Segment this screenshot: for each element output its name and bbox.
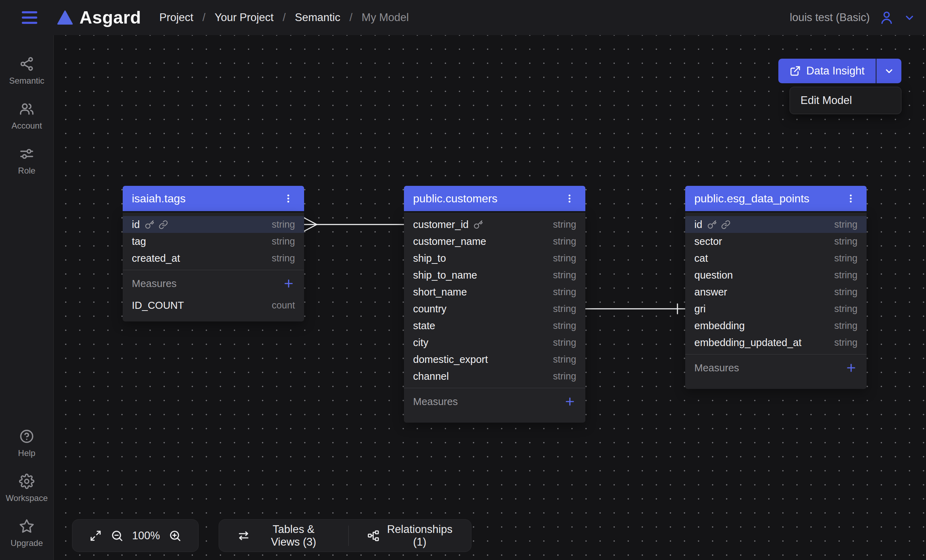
column-row[interactable]: channelstring xyxy=(404,368,586,385)
column-type: string xyxy=(834,287,858,297)
column-row[interactable]: idstring xyxy=(685,216,867,233)
kebab-menu-icon[interactable] xyxy=(563,192,576,205)
link-icon xyxy=(721,220,731,229)
column-name: short_name xyxy=(413,286,467,298)
triangle-logo-icon xyxy=(57,10,73,25)
column-row[interactable]: sectorstring xyxy=(685,233,867,250)
relationships-schema-icon xyxy=(367,530,380,542)
sidebar-item-label: Role xyxy=(18,166,35,176)
breadcrumb-item[interactable]: Your Project xyxy=(215,11,274,24)
measures-section: Measures xyxy=(404,388,586,423)
user-avatar-icon[interactable] xyxy=(879,10,894,25)
sidebar-item-role[interactable]: Role xyxy=(18,146,35,176)
column-name: cat xyxy=(694,253,708,264)
zoom-in-button[interactable] xyxy=(169,530,182,542)
column-row[interactable]: ship_tostring xyxy=(404,250,586,267)
measure-name: ID_COUNT xyxy=(132,300,184,311)
zoom-toolbar: 100% xyxy=(72,519,199,552)
column-row[interactable]: customer_idstring xyxy=(404,216,586,233)
column-row[interactable]: created_atstring xyxy=(123,250,304,267)
column-row[interactable]: catstring xyxy=(685,250,867,267)
add-measure-button[interactable] xyxy=(845,362,858,374)
add-measure-button[interactable] xyxy=(282,277,295,290)
column-name: city xyxy=(413,337,428,349)
column-row[interactable]: idstring xyxy=(123,216,304,233)
column-name: id xyxy=(132,219,140,231)
measure-row[interactable]: ID_COUNTcount xyxy=(132,297,295,314)
sidebar-item-upgrade[interactable]: Upgrade xyxy=(11,519,43,548)
column-type: string xyxy=(553,354,576,365)
link-icon xyxy=(159,220,168,229)
sidebar-item-label: Account xyxy=(12,121,42,131)
column-type: string xyxy=(553,253,576,264)
column-name: gri xyxy=(694,303,705,315)
brand-name: Asgard xyxy=(79,8,141,28)
column-type: string xyxy=(553,219,576,230)
breadcrumb-item[interactable]: Semantic xyxy=(295,11,340,24)
hamburger-menu-icon[interactable] xyxy=(20,10,39,25)
column-name: embedding xyxy=(694,320,745,332)
column-type: string xyxy=(553,320,576,331)
kebab-menu-icon[interactable] xyxy=(844,192,858,205)
fit-view-button[interactable] xyxy=(89,530,102,542)
account-chevron-down-icon[interactable] xyxy=(903,12,915,24)
column-name: domestic_export xyxy=(413,354,488,365)
column-type: string xyxy=(834,236,858,247)
column-row[interactable]: embeddingstring xyxy=(685,317,867,334)
column-row[interactable]: citystring xyxy=(404,334,586,351)
table-header[interactable]: public.esg_data_points xyxy=(685,186,867,211)
column-name: id xyxy=(694,219,702,231)
help-circle-icon xyxy=(19,429,35,444)
table-card: isaiah.tags idstringtagstringcreated_ats… xyxy=(123,186,304,322)
column-row[interactable]: ship_to_namestring xyxy=(404,267,586,284)
model-canvas[interactable]: isaiah.tags idstringtagstringcreated_ats… xyxy=(54,35,926,560)
breadcrumb-separator: / xyxy=(283,11,286,24)
data-insight-button[interactable]: Data Insight xyxy=(778,59,876,83)
measure-type: count xyxy=(272,300,295,311)
column-row[interactable]: domestic_exportstring xyxy=(404,351,586,368)
table-body: idstringsectorstringcatstringquestionstr… xyxy=(685,213,867,389)
sidebar-item-semantic[interactable]: Semantic xyxy=(9,56,44,86)
column-type: string xyxy=(834,320,858,331)
column-row[interactable]: embedding_updated_atstring xyxy=(685,334,867,351)
column-name: created_at xyxy=(132,253,180,264)
column-row[interactable]: tagstring xyxy=(123,233,304,250)
column-name: sector xyxy=(694,236,722,248)
tab-relationships[interactable]: Relationships (1) xyxy=(349,523,471,548)
kebab-menu-icon[interactable] xyxy=(281,192,295,205)
external-link-icon xyxy=(790,65,801,77)
data-insight-dropdown-toggle[interactable] xyxy=(876,59,902,83)
table-header[interactable]: public.customers xyxy=(404,186,586,211)
column-row[interactable]: statestring xyxy=(404,317,586,334)
edit-model-menu-item[interactable]: Edit Model xyxy=(790,87,901,114)
column-icons xyxy=(707,220,731,229)
column-type: string xyxy=(553,236,576,247)
column-row[interactable]: customer_namestring xyxy=(404,233,586,250)
column-type: string xyxy=(553,337,576,348)
column-row[interactable]: short_namestring xyxy=(404,284,586,300)
zoom-out-button[interactable] xyxy=(111,530,123,542)
column-row[interactable]: questionstring xyxy=(685,267,867,284)
column-row[interactable]: gristring xyxy=(685,300,867,317)
column-row[interactable]: countrystring xyxy=(404,300,586,317)
table-header[interactable]: isaiah.tags xyxy=(123,186,304,211)
column-row[interactable]: answerstring xyxy=(685,284,867,300)
key-icon xyxy=(145,220,154,229)
column-name: customer_name xyxy=(413,236,486,248)
breadcrumb-item[interactable]: Project xyxy=(159,11,193,24)
data-insight-split-button: Data Insight xyxy=(778,59,902,83)
sidebar-item-workspace[interactable]: Workspace xyxy=(6,474,48,503)
sidebar-item-help[interactable]: Help xyxy=(18,429,35,458)
tab-tables-views[interactable]: Tables & Views (3) xyxy=(219,523,348,548)
column-type: string xyxy=(272,253,295,264)
column-type: string xyxy=(834,337,858,348)
measures-section: Measures ID_COUNTcount xyxy=(123,270,304,322)
sidebar-item-account[interactable]: Account xyxy=(12,101,42,131)
column-type: string xyxy=(553,270,576,281)
app-window: Asgard Project/Your Project/Semantic/My … xyxy=(0,0,926,560)
sidebar-item-label: Help xyxy=(18,448,35,458)
measures-section: Measures xyxy=(685,355,867,389)
tab-label: Relationships (1) xyxy=(387,523,453,548)
add-measure-button[interactable] xyxy=(564,395,576,408)
gear-icon xyxy=(19,474,35,489)
